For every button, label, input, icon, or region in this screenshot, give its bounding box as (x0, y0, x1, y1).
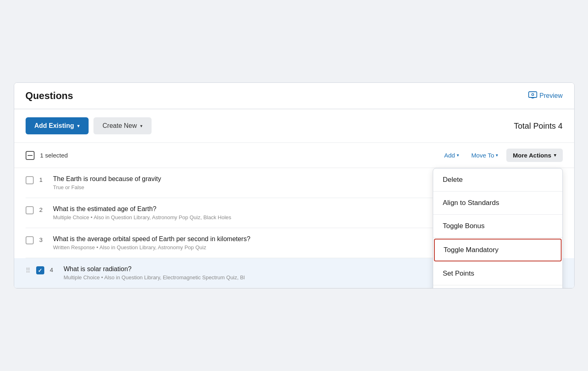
dropdown-item-publish-to-the-lor[interactable]: Publish to the LOR (433, 285, 562, 289)
add-chevron-icon: ▾ (457, 153, 459, 158)
toolbar: Add Existing ▾ Create New ▾ Total Points… (14, 109, 574, 142)
question-number: 2 (39, 206, 48, 213)
create-new-button[interactable]: Create New ▾ (93, 117, 151, 134)
more-actions-wrapper: More Actions ▾ DeleteAlign to StandardsT… (506, 149, 562, 162)
question-number: 4 (50, 266, 58, 273)
question-number: 1 (39, 176, 48, 183)
add-label: Add (444, 152, 455, 159)
dropdown-item-toggle-mandatory[interactable]: Toggle Mandatory (434, 239, 562, 261)
move-to-label: Move To (471, 152, 494, 159)
page-title: Questions (26, 90, 73, 101)
question-checkbox-4[interactable]: ✓ (36, 266, 44, 274)
preview-icon (528, 91, 537, 101)
more-actions-dropdown: DeleteAlign to StandardsToggle BonusTogg… (433, 168, 563, 289)
question-checkbox-2[interactable] (26, 206, 34, 214)
svg-rect-0 (529, 92, 537, 97)
question-number: 3 (39, 236, 48, 243)
question-checkbox-3[interactable] (26, 236, 34, 244)
dropdown-item-delete[interactable]: Delete (433, 168, 562, 192)
preview-button[interactable]: Preview (528, 91, 563, 101)
add-action-button[interactable]: Add ▾ (440, 149, 463, 161)
selected-count: 1 selected (40, 152, 68, 159)
minus-icon (28, 155, 33, 156)
create-new-chevron-icon: ▾ (140, 123, 143, 129)
checkmark-icon: ✓ (38, 267, 42, 274)
preview-label: Preview (540, 92, 563, 99)
more-actions-button[interactable]: More Actions ▾ (506, 149, 562, 162)
page-container: Questions Preview Add Existing ▾ Create … (14, 82, 575, 289)
selection-bar: 1 selected Add ▾ Move To ▾ More Actions … (14, 142, 574, 168)
toolbar-left: Add Existing ▾ Create New ▾ (26, 117, 152, 134)
dropdown-item-set-points[interactable]: Set Points (433, 262, 562, 285)
selection-actions: Add ▾ Move To ▾ More Actions ▾ DeleteAli… (440, 149, 563, 162)
add-existing-button[interactable]: Add Existing ▾ (26, 117, 89, 134)
dropdown-item-toggle-bonus[interactable]: Toggle Bonus (433, 215, 562, 238)
create-new-label: Create New (102, 122, 137, 129)
move-to-chevron-icon: ▾ (496, 153, 498, 158)
deselect-all-checkbox[interactable] (26, 151, 35, 160)
question-checkbox-1[interactable] (26, 176, 34, 184)
add-existing-chevron-icon: ▾ (77, 123, 80, 129)
selection-left: 1 selected (26, 151, 68, 160)
add-existing-label: Add Existing (35, 122, 74, 129)
move-to-button[interactable]: Move To ▾ (467, 149, 502, 161)
total-points: Total Points 4 (514, 121, 562, 131)
drag-handle-icon[interactable]: ⠿ (26, 267, 30, 274)
page-header: Questions Preview (14, 83, 574, 109)
more-actions-chevron-icon: ▾ (554, 153, 556, 158)
dropdown-item-align-to-standards[interactable]: Align to Standards (433, 192, 562, 215)
more-actions-label: More Actions (513, 152, 551, 159)
svg-point-1 (532, 93, 534, 95)
